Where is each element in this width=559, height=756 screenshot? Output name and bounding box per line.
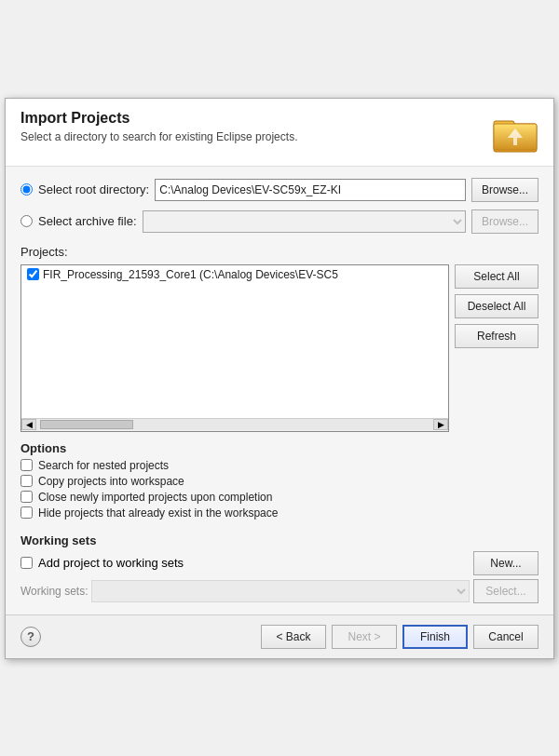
root-directory-radio[interactable] (20, 183, 33, 196)
options-label: Options (20, 441, 539, 455)
folder-icon (492, 110, 539, 156)
nested-projects-label[interactable]: Search for nested projects (38, 459, 169, 472)
archive-file-row: Select archive file: Browse... (20, 209, 539, 234)
scroll-right-btn[interactable]: ▶ (433, 419, 448, 430)
archive-file-label[interactable]: Select archive file: (38, 214, 137, 228)
dialog-footer: ? < Back Next > Finish Cancel (6, 614, 553, 658)
options-section: Options Search for nested projects Copy … (20, 441, 539, 522)
scroll-left-btn[interactable]: ◀ (21, 419, 36, 430)
deselect-all-button[interactable]: Deselect All (455, 294, 539, 318)
close-projects-label[interactable]: Close newly imported projects upon compl… (38, 491, 272, 504)
finish-button[interactable]: Finish (402, 625, 468, 649)
hide-projects-label[interactable]: Hide projects that already exist in the … (38, 506, 278, 520)
cancel-button[interactable]: Cancel (473, 625, 539, 649)
projects-area: FIR_Processing_21593_Core1 (C:\Analog De… (20, 264, 539, 432)
working-sets-combo-label: Working sets: (20, 585, 88, 598)
horizontal-scrollbar[interactable]: ◀ ▶ (21, 418, 448, 431)
dialog-subtitle: Select a directory to search for existin… (20, 130, 297, 143)
add-working-sets-label[interactable]: Add project to working sets (38, 556, 468, 570)
archive-file-combo-wrapper (143, 210, 466, 233)
project-checkbox[interactable] (27, 268, 39, 280)
root-directory-label[interactable]: Select root directory: (38, 182, 149, 196)
hide-projects-checkbox[interactable] (20, 506, 33, 519)
project-item-label: FIR_Processing_21593_Core1 (C:\Analog De… (43, 268, 338, 281)
root-directory-row: Select root directory: Browse... (20, 178, 539, 202)
working-sets-select[interactable] (91, 580, 470, 602)
archive-file-browse-button[interactable]: Browse... (471, 209, 539, 234)
archive-file-radio[interactable] (20, 215, 33, 227)
root-directory-browse-button[interactable]: Browse... (471, 178, 539, 202)
back-button[interactable]: < Back (261, 625, 326, 649)
projects-buttons: Select All Deselect All Refresh (455, 264, 539, 432)
copy-projects-checkbox[interactable] (20, 475, 33, 487)
header-left: Import Projects Select a directory to se… (20, 110, 297, 143)
next-button[interactable]: Next > (332, 625, 397, 649)
close-projects-row: Close newly imported projects upon compl… (20, 491, 539, 504)
root-directory-input[interactable] (155, 179, 466, 201)
scroll-thumb[interactable] (40, 420, 133, 429)
scroll-track[interactable] (36, 419, 433, 430)
archive-file-select[interactable] (143, 210, 466, 233)
working-sets-section: Working sets Add project to working sets… (20, 533, 539, 603)
list-item[interactable]: FIR_Processing_21593_Core1 (C:\Analog De… (21, 265, 448, 284)
projects-label: Projects: (20, 245, 539, 259)
nested-projects-row: Search for nested projects (20, 459, 539, 472)
copy-projects-row: Copy projects into workspace (20, 475, 539, 488)
dialog-header: Import Projects Select a directory to se… (6, 99, 553, 167)
add-working-sets-row: Add project to working sets New... (20, 551, 539, 575)
select-all-button[interactable]: Select All (455, 264, 539, 289)
help-button[interactable]: ? (20, 627, 41, 647)
footer-buttons: < Back Next > Finish Cancel (261, 625, 539, 649)
add-working-sets-checkbox[interactable] (20, 557, 33, 569)
dialog-body: Select root directory: Browse... Select … (6, 167, 553, 614)
nested-projects-checkbox[interactable] (20, 459, 33, 471)
dialog-title: Import Projects (20, 110, 297, 127)
new-working-set-button[interactable]: New... (473, 551, 539, 575)
working-sets-label: Working sets (20, 533, 539, 547)
refresh-button[interactable]: Refresh (455, 324, 539, 348)
working-sets-combo-row: Working sets: Select... (20, 579, 539, 603)
projects-list[interactable]: FIR_Processing_21593_Core1 (C:\Analog De… (20, 264, 449, 432)
root-directory-combo-wrapper (155, 179, 466, 201)
import-projects-dialog: Import Projects Select a directory to se… (5, 98, 554, 659)
select-working-set-button[interactable]: Select... (473, 579, 539, 603)
close-projects-checkbox[interactable] (20, 491, 33, 503)
hide-projects-row: Hide projects that already exist in the … (20, 506, 539, 520)
copy-projects-label[interactable]: Copy projects into workspace (38, 475, 184, 488)
